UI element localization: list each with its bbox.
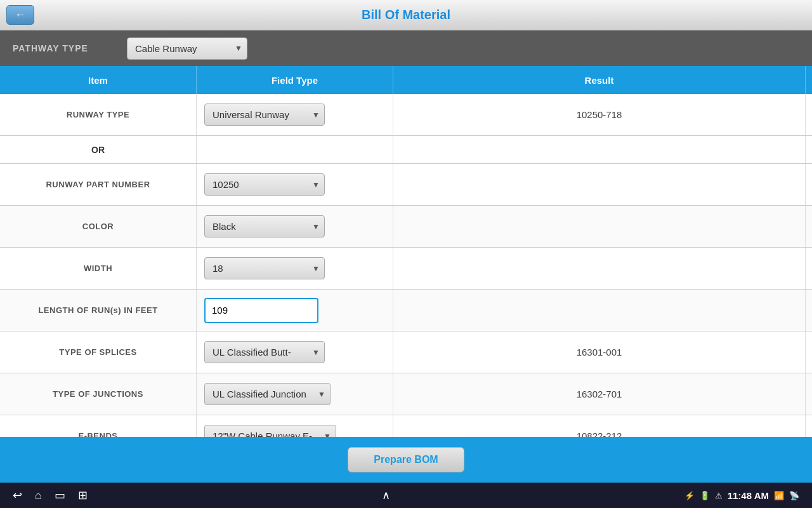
status-right: ⚡ 🔋 ⚠ 11:48 AM 📶 📡	[684, 490, 799, 501]
apps-nav-icon[interactable]: ⊞	[78, 488, 88, 502]
status-center-icon: ∧	[382, 488, 390, 502]
row-quantity-runway-part	[806, 164, 812, 205]
row-result-junctions: 16302-701	[393, 373, 806, 415]
row-item-runway-type: RUNWAY TYPE	[0, 94, 197, 135]
runway-part-select-wrapper: 10250 10450 10650 ▼	[204, 173, 325, 196]
row-result-splices: 16301-001	[393, 331, 806, 373]
table-row: E-BENDS 12"W Cable Runway E- Other ▼ 108…	[0, 415, 812, 437]
row-quantity-color	[806, 206, 812, 247]
runway-type-select-wrapper: Universal Runway Heavy Duty Runway Wire …	[204, 104, 325, 126]
row-result-ebends: 10822-212	[393, 415, 806, 437]
or-empty-2	[393, 136, 806, 163]
back-arrow-icon: ←	[15, 8, 26, 22]
row-field-runway-type: Universal Runway Heavy Duty Runway Wire …	[197, 94, 393, 135]
pathway-bar: PATHWAY TYPE Cable Runway Conduit Tray ▼	[0, 30, 812, 66]
table-row: TYPE OF JUNCTIONS UL Classified Junction…	[0, 373, 812, 415]
col-header-quantity: Quantity	[806, 66, 812, 94]
color-select[interactable]: Black Zinc Hot-dip Galvanized	[204, 215, 325, 237]
table-row: WIDTH 18 12 24 ▼	[0, 248, 812, 290]
row-quantity-splices	[806, 331, 812, 373]
or-row: OR	[0, 136, 812, 164]
status-time: 11:48 AM	[728, 490, 769, 501]
recents-nav-icon[interactable]: ▭	[55, 488, 65, 502]
signal-icon: 📡	[789, 491, 799, 500]
junctions-select-wrapper: UL Classified Junction Standard Junction…	[204, 383, 331, 405]
row-quantity-junctions	[806, 373, 812, 415]
row-field-width: 18 12 24 ▼	[197, 248, 393, 289]
splices-select-wrapper: UL Classified Butt- Standard Splice ▼	[204, 341, 325, 363]
row-result-runway-type: 10250-718	[393, 94, 806, 135]
row-item-splices: TYPE OF SPLICES	[0, 331, 197, 373]
row-item-color: COLOR	[0, 206, 197, 247]
battery-icon: 🔋	[700, 491, 710, 500]
row-item-runway-part-number: RUNWAY PART NUMBER	[0, 164, 197, 205]
table-row: COLOR Black Zinc Hot-dip Galvanized ▼	[0, 206, 812, 248]
top-header: ← Bill Of Material	[0, 0, 812, 30]
splices-select[interactable]: UL Classified Butt- Standard Splice	[204, 341, 325, 363]
col-header-item: Item	[0, 66, 197, 94]
runway-part-select[interactable]: 10250 10450 10650	[204, 173, 325, 196]
row-field-length	[197, 290, 393, 331]
junctions-select[interactable]: UL Classified Junction Standard Junction	[204, 383, 331, 405]
col-header-result: Result	[393, 66, 806, 94]
row-item-junctions: TYPE OF JUNCTIONS	[0, 373, 197, 415]
row-result-runway-part	[393, 164, 806, 205]
warning-icon: ⚠	[715, 491, 723, 500]
width-select[interactable]: 18 12 24	[204, 257, 325, 279]
pathway-type-select-wrapper: Cable Runway Conduit Tray ▼	[127, 37, 247, 60]
col-header-field-type: Field Type	[197, 66, 393, 94]
row-field-color: Black Zinc Hot-dip Galvanized ▼	[197, 206, 393, 247]
row-field-splices: UL Classified Butt- Standard Splice ▼	[197, 331, 393, 373]
row-field-junctions: UL Classified Junction Standard Junction…	[197, 373, 393, 415]
table-row: RUNWAY PART NUMBER 10250 10450 10650 ▼	[0, 164, 812, 206]
nav-icons: ↩ ⌂ ▭ ⊞	[13, 488, 88, 502]
ebends-select[interactable]: 12"W Cable Runway E- Other	[204, 425, 336, 437]
width-select-wrapper: 18 12 24 ▼	[204, 257, 325, 279]
or-empty-3	[806, 136, 812, 163]
row-item-length: LENGTH OF RUN(s) IN FEET	[0, 290, 197, 331]
main-content: RUNWAY TYPE Universal Runway Heavy Duty …	[0, 94, 812, 437]
wifi-icon: 📶	[774, 491, 784, 500]
length-text-input[interactable]	[204, 298, 318, 323]
page-title: Bill Of Material	[362, 8, 450, 22]
row-quantity-runway-type	[806, 94, 812, 135]
table-row: LENGTH OF RUN(s) IN FEET	[0, 290, 812, 331]
bottom-action-bar: Prepare BOM	[0, 437, 812, 483]
android-status-bar: ↩ ⌂ ▭ ⊞ ∧ ⚡ 🔋 ⚠ 11:48 AM 📶 📡	[0, 483, 812, 508]
row-field-ebends: 12"W Cable Runway E- Other ▼	[197, 415, 393, 437]
table-row: TYPE OF SPLICES UL Classified Butt- Stan…	[0, 331, 812, 373]
row-quantity-length	[806, 290, 812, 331]
or-empty-1	[197, 136, 393, 163]
pathway-type-select[interactable]: Cable Runway Conduit Tray	[127, 37, 247, 60]
pathway-type-label: PATHWAY TYPE	[13, 43, 114, 53]
back-button[interactable]: ←	[6, 5, 34, 25]
color-select-wrapper: Black Zinc Hot-dip Galvanized ▼	[204, 215, 325, 237]
row-result-length	[393, 290, 806, 331]
row-result-color	[393, 206, 806, 247]
row-result-width	[393, 248, 806, 289]
back-nav-icon[interactable]: ↩	[13, 488, 22, 502]
column-headers: Item Field Type Result Quantity	[0, 66, 812, 94]
row-quantity-width	[806, 248, 812, 289]
runway-type-select[interactable]: Universal Runway Heavy Duty Runway Wire …	[204, 104, 325, 126]
table-row: RUNWAY TYPE Universal Runway Heavy Duty …	[0, 94, 812, 136]
ebends-select-wrapper: 12"W Cable Runway E- Other ▼	[204, 425, 336, 437]
usb-icon: ⚡	[684, 491, 695, 500]
home-nav-icon[interactable]: ⌂	[35, 489, 42, 502]
row-item-width: WIDTH	[0, 248, 197, 289]
or-label: OR	[0, 136, 197, 163]
prepare-bom-button[interactable]: Prepare BOM	[348, 447, 464, 472]
row-item-ebends: E-BENDS	[0, 415, 197, 437]
row-field-runway-part-number: 10250 10450 10650 ▼	[197, 164, 393, 205]
row-quantity-ebends	[806, 415, 812, 437]
